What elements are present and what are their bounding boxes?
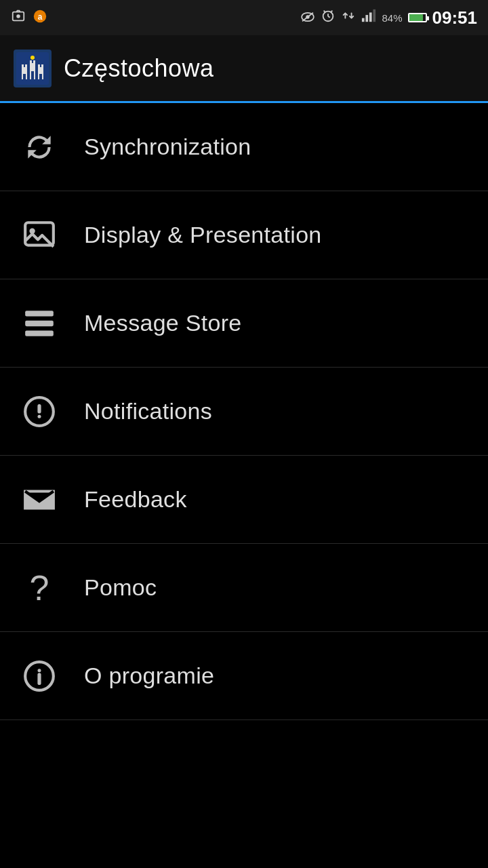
svg-rect-23 — [33, 60, 35, 64]
app-header: Częstochowa — [0, 35, 488, 103]
svg-line-10 — [324, 11, 326, 13]
menu-item-synchronization[interactable]: Synchronization — [0, 103, 488, 191]
battery-indicator: 84% — [382, 12, 402, 24]
svg-rect-33 — [25, 320, 54, 326]
sync-icon — [19, 130, 60, 164]
svg-point-31 — [29, 228, 35, 233]
svg-rect-25 — [41, 64, 43, 68]
menu-list: Synchronization Display & Presentation M… — [0, 103, 488, 720]
svg-line-11 — [331, 11, 333, 13]
svg-point-40 — [38, 669, 41, 672]
o-programie-icon — [19, 659, 60, 693]
eye-icon — [300, 9, 315, 26]
image-icon — [19, 218, 60, 252]
display-presentation-label: Display & Presentation — [84, 222, 322, 248]
status-bar-left: a — [11, 9, 47, 27]
alarm-icon — [321, 8, 336, 27]
svg-rect-12 — [362, 18, 365, 22]
status-time: 09:51 — [432, 7, 478, 28]
app-title: Częstochowa — [64, 54, 214, 83]
app-icon: a — [33, 9, 47, 27]
list-icon — [19, 307, 60, 340]
menu-item-notifications[interactable]: Notifications — [0, 368, 488, 456]
svg-line-9 — [328, 16, 330, 18]
transfer-icon — [341, 8, 356, 27]
photo-icon — [11, 9, 26, 27]
svg-text:a: a — [38, 12, 43, 21]
svg-rect-22 — [30, 60, 32, 64]
svg-rect-34 — [25, 330, 54, 336]
notifications-icon — [19, 395, 60, 429]
menu-item-o-programie[interactable]: O programie — [0, 632, 488, 720]
app-logo — [14, 50, 52, 87]
status-bar-right: 84% 09:51 — [300, 7, 477, 28]
menu-item-display-presentation[interactable]: Display & Presentation — [0, 191, 488, 279]
svg-point-29 — [30, 56, 35, 60]
battery-icon — [408, 9, 427, 26]
svg-rect-32 — [25, 311, 54, 316]
status-bar: a 84% 09:51 — [0, 0, 488, 35]
svg-rect-20 — [22, 64, 24, 68]
svg-rect-13 — [366, 15, 369, 22]
svg-rect-28 — [39, 74, 42, 79]
menu-item-pomoc[interactable]: ? Pomoc — [0, 544, 488, 632]
envelope-icon — [19, 483, 60, 517]
svg-rect-14 — [369, 12, 372, 22]
svg-rect-27 — [31, 71, 34, 79]
notifications-label: Notifications — [84, 398, 212, 425]
signal-icon — [361, 8, 376, 27]
svg-point-1 — [16, 14, 20, 18]
feedback-label: Feedback — [84, 486, 187, 513]
menu-item-message-store[interactable]: Message Store — [0, 279, 488, 368]
message-store-label: Message Store — [84, 310, 242, 336]
synchronization-label: Synchronization — [84, 134, 251, 160]
svg-rect-26 — [23, 74, 26, 79]
svg-rect-24 — [38, 64, 40, 68]
question-icon: ? — [19, 568, 60, 608]
o-programie-label: O programie — [84, 663, 214, 689]
pomoc-label: Pomoc — [84, 574, 157, 601]
svg-point-37 — [38, 414, 41, 418]
svg-rect-15 — [373, 9, 376, 22]
menu-item-feedback[interactable]: Feedback — [0, 456, 488, 544]
svg-rect-21 — [25, 64, 27, 68]
